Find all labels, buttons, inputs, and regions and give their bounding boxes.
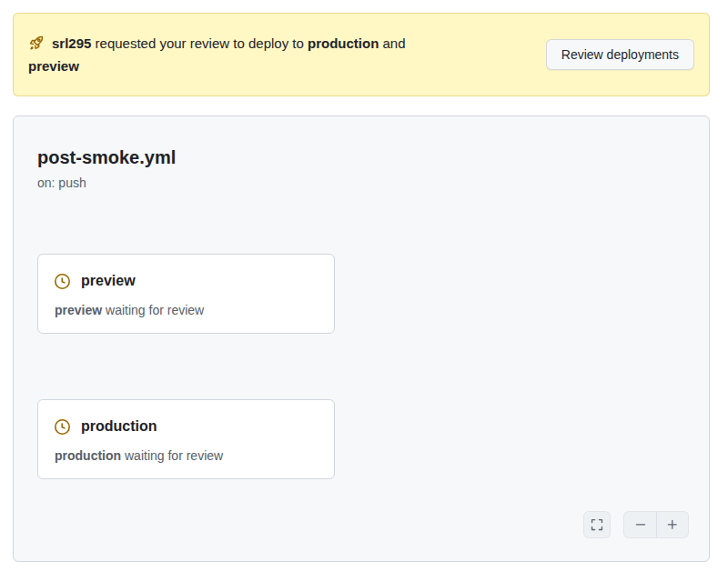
- env-production: production: [308, 35, 379, 51]
- zoom-in-button[interactable]: [656, 512, 688, 537]
- workflow-graph-panel: post-smoke.yml on: push preview preview …: [13, 115, 710, 562]
- plus-icon: [666, 518, 679, 531]
- job-card-production[interactable]: production production waiting for review: [37, 399, 335, 479]
- job-header: preview: [55, 272, 318, 290]
- workflow-trigger: on: push: [37, 174, 685, 192]
- graph-controls: [583, 511, 689, 538]
- clock-icon: [55, 419, 70, 435]
- env-preview: preview: [28, 55, 497, 77]
- banner-message-text: requested your review to deploy to: [91, 35, 308, 51]
- job-name: production: [81, 417, 157, 436]
- workflow-header: post-smoke.yml on: push: [14, 116, 709, 192]
- job-status-rest: waiting for review: [121, 448, 223, 463]
- zoom-out-button[interactable]: [624, 512, 656, 537]
- fullscreen-button[interactable]: [583, 511, 611, 538]
- job-status-text: preview waiting for review: [55, 302, 318, 318]
- workflow-file-name: post-smoke.yml: [37, 146, 685, 169]
- job-status-env: production: [55, 448, 121, 463]
- job-card-preview[interactable]: preview preview waiting for review: [37, 254, 335, 334]
- rocket-icon: [28, 35, 44, 51]
- zoom-control-group: [623, 511, 689, 538]
- job-status-env: preview: [55, 303, 102, 317]
- banner-and-text: and: [379, 35, 405, 51]
- actor-name: srl295: [52, 35, 91, 51]
- deployment-review-banner: srl295 requested your review to deploy t…: [13, 13, 710, 96]
- banner-message: srl295 requested your review to deploy t…: [28, 32, 497, 77]
- job-name: preview: [81, 272, 136, 290]
- dash-icon: [634, 518, 647, 531]
- review-deployments-button[interactable]: Review deployments: [546, 39, 694, 70]
- screen-full-icon: [591, 518, 603, 531]
- job-status-rest: waiting for review: [102, 303, 204, 317]
- job-status-text: production waiting for review: [55, 447, 318, 464]
- job-header: production: [55, 417, 318, 436]
- clock-icon: [55, 274, 70, 289]
